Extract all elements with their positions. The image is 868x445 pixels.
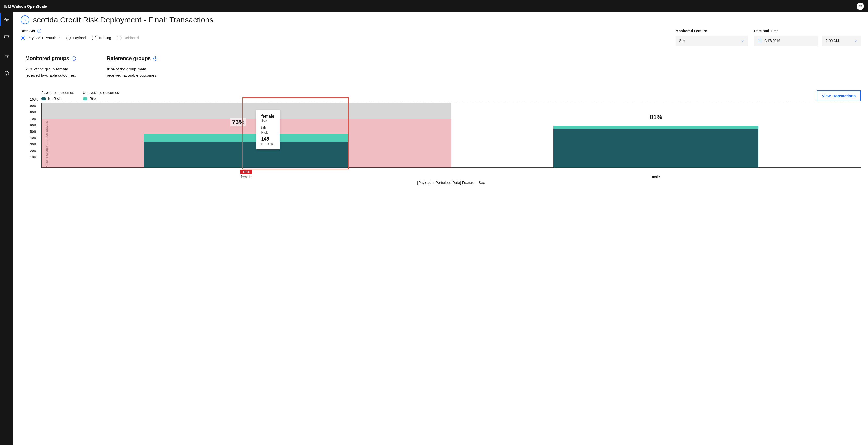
topbar: IBM Watson OpenScale SS (0, 0, 868, 12)
main: scottda Credit Risk Deployment - Final: … (13, 12, 868, 445)
xtick-female: BIAS female (41, 168, 451, 179)
info-icon[interactable]: i (37, 29, 41, 33)
dataset-control: Data Set i Payload + Perturbed Payload T… (21, 29, 139, 40)
pct-label-female: 73% (230, 118, 246, 126)
chevron-down-icon (741, 39, 744, 42)
svg-point-0 (5, 55, 6, 56)
bias-tag: BIAS (241, 170, 252, 174)
groups-row: Monitored groupsi 73% of the group femal… (21, 56, 861, 78)
heading-text: Reference groups (107, 56, 151, 61)
sliders-icon (4, 54, 9, 59)
chart: % OF FAVORABLE OUTCOMES 100% 90% 80% 70%… (21, 103, 861, 184)
plot-area[interactable]: 100% 90% 80% 70% 60% 50% 40% 30% 20% 10% (41, 103, 861, 168)
ytick: 40% (30, 136, 36, 140)
controls: Data Set i Payload + Perturbed Payload T… (21, 29, 861, 46)
pct-label-male: 81% (648, 113, 664, 121)
txt: of the group (115, 67, 137, 71)
pct: 81% (107, 67, 115, 71)
legend-item-risk: Risk (83, 97, 119, 101)
ytick: 90% (30, 104, 36, 108)
dropdown-value: Sex (679, 39, 685, 43)
swatch-risk (83, 97, 88, 100)
legend-item-norisk: No Risk (41, 97, 74, 101)
bar-slot-female[interactable]: 73% female Sex 55 Risk 145 No Risk (41, 103, 451, 167)
legend-text: No Risk (48, 97, 61, 101)
reference-group: Reference groupsi 81% of the group male … (107, 56, 157, 78)
swatch-norisk (41, 97, 46, 100)
separator (21, 50, 861, 51)
tooltip-subtitle: Sex (261, 118, 275, 123)
brand: IBM Watson OpenScale (4, 4, 47, 8)
group-name: male (137, 67, 146, 71)
seg-norisk (554, 129, 758, 167)
legend-unfavorable: Unfavorable outcomes Risk (83, 91, 119, 101)
info-icon[interactable]: i (72, 57, 76, 61)
back-button[interactable] (21, 15, 29, 24)
separator (21, 85, 861, 86)
ytick: 10% (30, 156, 36, 159)
time-value: 2:00 AM (826, 39, 839, 43)
pct: 73% (25, 67, 33, 71)
chevron-down-icon (854, 39, 857, 42)
legend-title: Unfavorable outcomes (83, 91, 119, 95)
monitored-group: Monitored groupsi 73% of the group femal… (25, 56, 76, 78)
info-icon[interactable]: i (153, 57, 157, 61)
datetime-control: Date and Time 9/17/2019 2:00 AM (754, 29, 861, 46)
activity-icon (4, 17, 9, 23)
monitored-line2: received favorable outcomes. (25, 72, 76, 78)
brand-name: Watson OpenScale (12, 4, 47, 8)
legend-favorable: Favorable outcomes No Risk (41, 91, 74, 101)
nav-insights[interactable] (0, 13, 13, 26)
help-icon (4, 71, 9, 76)
svg-rect-8 (758, 39, 761, 42)
view-transactions-button[interactable]: View Transactions (817, 91, 861, 101)
xtick-label: male (652, 175, 660, 179)
radio-label: Payload (73, 36, 86, 40)
brand-prefix: IBM (4, 4, 12, 8)
ytick: 70% (30, 117, 36, 121)
time-picker[interactable]: 2:00 AM (822, 36, 861, 46)
monitored-feature-label: Monitored Feature (676, 29, 748, 33)
txt: of the group (33, 67, 56, 71)
nav-configure[interactable] (0, 50, 13, 62)
heading-text: Monitored groups (25, 56, 69, 61)
monitored-feature-control: Monitored Feature Sex (676, 29, 748, 46)
xtick-label: female (241, 175, 252, 179)
radio-payload[interactable]: Payload (66, 36, 86, 40)
page-title: scottda Credit Risk Deployment - Final: … (33, 15, 213, 24)
seg-risk (554, 126, 758, 129)
reference-line1: 81% of the group male (107, 66, 157, 72)
tooltip-label-norisk: No Risk (261, 142, 275, 146)
radio-debiased: Debiased (117, 36, 139, 40)
bar-area: 73% female Sex 55 Risk 145 No Risk (41, 103, 861, 167)
sidenav (0, 12, 13, 445)
monitored-feature-dropdown[interactable]: Sex (676, 36, 748, 46)
datetime-label: Date and Time (754, 29, 861, 33)
date-value: 9/17/2019 (764, 39, 780, 43)
tooltip-label-risk: Risk (261, 131, 275, 134)
ytick: 60% (30, 124, 36, 127)
radio-payload-perturbed[interactable]: Payload + Perturbed (21, 36, 60, 40)
page-header: scottda Credit Risk Deployment - Final: … (21, 15, 861, 24)
reference-line2: received favorable outcomes. (107, 72, 157, 78)
dataset-radio-row: Payload + Perturbed Payload Training Deb… (21, 36, 139, 40)
svg-point-3 (7, 57, 8, 58)
legend-title: Favorable outcomes (41, 91, 74, 95)
radio-label: Payload + Perturbed (27, 36, 60, 40)
seg-norisk (144, 141, 349, 167)
shell: scottda Credit Risk Deployment - Final: … (0, 12, 868, 445)
nav-explain[interactable] (0, 30, 13, 43)
radio-training[interactable]: Training (92, 36, 111, 40)
date-picker[interactable]: 9/17/2019 (754, 36, 818, 46)
dataset-label-text: Data Set (21, 29, 35, 33)
bar-slot-male[interactable]: 81% (451, 103, 861, 167)
bar-male[interactable] (554, 126, 758, 167)
monitored-heading: Monitored groupsi (25, 56, 76, 61)
ticket-icon (4, 34, 9, 39)
ytick: 30% (30, 143, 36, 146)
avatar[interactable]: SS (857, 3, 864, 10)
ytick: 80% (30, 111, 36, 114)
ytick: 20% (30, 149, 36, 152)
nav-help[interactable] (0, 67, 13, 79)
bar-female[interactable] (144, 134, 349, 167)
